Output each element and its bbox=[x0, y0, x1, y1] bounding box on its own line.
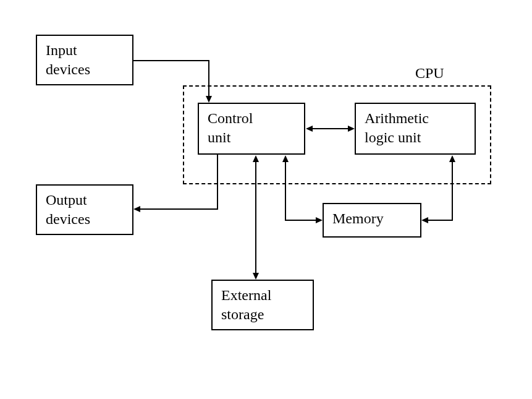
external-storage-box: External storage bbox=[211, 280, 314, 330]
input-devices-box: Input devices bbox=[36, 35, 133, 85]
alu-label: Arithmetic logic unit bbox=[365, 110, 429, 145]
control-unit-box: Control unit bbox=[198, 103, 305, 155]
control-unit-label: Control unit bbox=[208, 110, 253, 145]
cpu-label: CPU bbox=[415, 65, 444, 82]
external-storage-label: External storage bbox=[221, 287, 271, 322]
alu-box: Arithmetic logic unit bbox=[355, 103, 476, 155]
memory-box: Memory bbox=[323, 203, 421, 238]
output-devices-label: Output devices bbox=[46, 192, 90, 227]
output-devices-box: Output devices bbox=[36, 184, 133, 235]
input-devices-label: Input devices bbox=[46, 42, 90, 77]
memory-label: Memory bbox=[332, 210, 384, 226]
